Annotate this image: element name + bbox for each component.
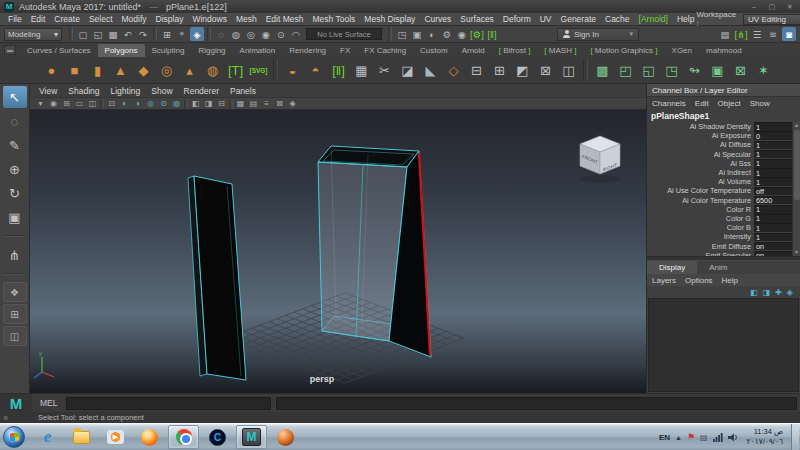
channel-value-field[interactable]: 1 (754, 159, 792, 168)
mash-repro-icon[interactable]: ◱ (637, 59, 660, 82)
shelf-tab[interactable]: Animation (233, 44, 283, 57)
firefox[interactable] (134, 425, 165, 449)
menu-item[interactable]: Windows (190, 14, 228, 24)
channel-box-menu-item[interactable]: Channels (652, 99, 686, 108)
menu-item[interactable]: Modify (120, 14, 149, 24)
action-center-flag-icon[interactable]: ⚑ (687, 432, 695, 442)
poly-pipe-icon[interactable]: ◍ (201, 59, 224, 82)
rotate-tool[interactable]: ↻ (3, 182, 27, 204)
lock-camera-icon[interactable]: ◉ (48, 99, 59, 108)
film-gate-icon[interactable]: ▤ (248, 99, 259, 108)
use-all-lights-icon[interactable]: ◎ (145, 99, 156, 108)
scroll-up-icon[interactable]: ▲ (794, 122, 799, 129)
separator[interactable] (388, 27, 392, 41)
snap-grid-icon[interactable]: ◌ (214, 27, 228, 41)
poly-cone-icon[interactable]: ▲ (109, 59, 132, 82)
mirror-icon[interactable]: ‖ (327, 59, 350, 82)
mash-network-icon[interactable]: ▩ (591, 59, 614, 82)
modeling-toolkit-icon[interactable]: ⋔ (734, 27, 748, 41)
menu-item[interactable]: Mesh (234, 14, 259, 24)
layer-editor-menu-item[interactable]: Options (685, 276, 713, 285)
shelf-tab[interactable]: Rendering (282, 44, 333, 57)
render-settings-icon[interactable]: ⚙ (440, 27, 454, 41)
channel-value-field[interactable]: 1 (754, 214, 792, 223)
save-scene-icon[interactable]: ▦ (106, 27, 120, 41)
channel-value-field[interactable]: 1 (754, 233, 792, 242)
scrollbar-thumb[interactable] (794, 130, 800, 200)
snap-point-icon[interactable]: ◎ (244, 27, 258, 41)
viewport-menu-item[interactable]: Renderer (184, 86, 219, 96)
bevel-icon[interactable]: ◇ (442, 59, 465, 82)
shelf-tab[interactable]: Motion Graphics (583, 44, 664, 57)
poly-torus-icon[interactable]: ◎ (155, 59, 178, 82)
mash-breakout-icon[interactable]: ✶ (752, 59, 775, 82)
shelf-tab[interactable]: Polygons (98, 44, 145, 57)
poly-pyramid-icon[interactable]: ▴ (178, 59, 201, 82)
layer-up-icon[interactable]: ◧ (750, 288, 758, 297)
bookmark-icon[interactable]: ▭ (74, 99, 85, 108)
viewport-menu-item[interactable]: Panels (230, 86, 256, 96)
maya[interactable]: M (236, 425, 267, 449)
shelf-tab[interactable]: Arnold (455, 44, 492, 57)
scale-tool[interactable]: ▣ (3, 206, 27, 228)
svg-tool-icon[interactable]: SVG (247, 59, 270, 82)
channel-value-field[interactable]: 1 (754, 177, 792, 186)
snap-projected-center-icon[interactable]: ◉ (259, 27, 273, 41)
menu-item[interactable]: UV (538, 14, 554, 24)
new-scene-icon[interactable]: ▢ (76, 27, 90, 41)
mash-curve-icon[interactable]: ↬ (683, 59, 706, 82)
menu-item[interactable]: Deform (501, 14, 533, 24)
arnold-renderview-icon[interactable]: ⚙ (470, 27, 484, 41)
open-scene-icon[interactable]: ◱ (91, 27, 105, 41)
move-tool[interactable]: ⊕ (3, 158, 27, 180)
menu-item[interactable]: Surfaces (458, 14, 496, 24)
shelf-tab[interactable]: FX (333, 44, 357, 57)
shelf-tab[interactable]: Bifrost (492, 44, 538, 57)
viewport-menu-item[interactable]: Show (151, 86, 172, 96)
menu-item[interactable]: Mesh Display (362, 14, 417, 24)
menu-item[interactable]: Cache (603, 14, 632, 24)
snap-view-plane-icon[interactable]: ⊙ (274, 27, 288, 41)
layer-editor-tab[interactable]: Anim (697, 261, 739, 274)
viewport-canvas[interactable]: FRONT RIGHT y persp (30, 110, 646, 393)
xray-joints-icon[interactable]: ⊟ (216, 99, 227, 108)
mash-editor-icon[interactable]: ▣ (706, 59, 729, 82)
poly-plane-icon[interactable]: ◆ (132, 59, 155, 82)
camera-attributes-icon[interactable]: ⊞ (61, 99, 72, 108)
shaded-icon[interactable]: ◐ (119, 99, 130, 108)
clock[interactable]: 11:34 ص ٢٠١٧/٠٩/٠٦ (744, 427, 786, 447)
camera-select-icon[interactable]: ▾ (35, 99, 46, 108)
mash-world-icon[interactable]: ⊠ (729, 59, 752, 82)
menu-item[interactable]: Edit (29, 14, 48, 24)
network-icon[interactable] (713, 433, 723, 442)
menu-item[interactable]: Arnold (637, 14, 670, 24)
channel-value-field[interactable]: 1 (754, 168, 792, 177)
select-object-icon[interactable]: ⌖ (175, 27, 189, 41)
single-pane-layout-button[interactable]: ❖ (3, 282, 27, 302)
menu-item[interactable]: File (6, 14, 24, 24)
command-language-toggle[interactable]: MEL (40, 398, 57, 408)
channel-value-field[interactable]: 0 (754, 131, 792, 140)
select-component-icon[interactable]: ◈ (190, 27, 204, 41)
mudbox[interactable] (270, 425, 301, 449)
mash-distribute-icon[interactable]: ◰ (614, 59, 637, 82)
internet-explorer[interactable]: e (32, 425, 63, 449)
xray-icon[interactable]: ◨ (203, 99, 214, 108)
shelf-tab[interactable]: Sculpting (145, 44, 192, 57)
four-pane-layout-button[interactable]: ⊞ (3, 304, 27, 324)
hypershade-icon[interactable]: ◉ (455, 27, 469, 41)
poly-cylinder-icon[interactable]: ▮ (86, 59, 109, 82)
menu-item[interactable]: Create (52, 14, 82, 24)
quad-draw-icon[interactable]: ⊠ (534, 59, 557, 82)
lattice-icon[interactable]: ⊞ (488, 59, 511, 82)
smooth-icon[interactable]: ▦ (350, 59, 373, 82)
start-button[interactable] (3, 426, 25, 448)
ipr-render-icon[interactable]: ◐ (425, 27, 439, 41)
knife-icon[interactable]: ✂ (373, 59, 396, 82)
layer-down-icon[interactable]: ◨ (763, 288, 771, 297)
volume-icon[interactable] (728, 433, 739, 442)
paint-select-tool[interactable]: ✎ (3, 134, 27, 156)
grid-toggle-icon[interactable]: ▦ (235, 99, 246, 108)
two-pane-layout-button[interactable]: ◫ (3, 326, 27, 346)
chrome[interactable] (168, 425, 199, 449)
